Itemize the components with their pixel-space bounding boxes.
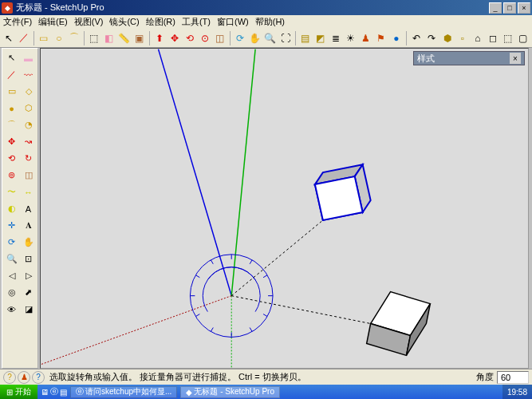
section-icon[interactable]: ◩ (313, 30, 328, 46)
quicklaunch-icon[interactable]: ▤ (60, 388, 67, 397)
position-icon[interactable]: ◎ (3, 284, 20, 301)
scale-icon[interactable]: ◫ (20, 167, 37, 184)
menu-help[interactable]: 帮助(H) (255, 16, 285, 28)
pushpull-tool-icon[interactable]: ⬆ (152, 30, 167, 46)
close-button[interactable]: × (518, 2, 530, 14)
guide-line (231, 220, 323, 296)
start-button[interactable]: ⊞ 开始 (0, 385, 37, 399)
select-icon[interactable]: ↖ (3, 49, 20, 66)
location-icon[interactable]: ⚑ (374, 30, 388, 46)
menu-camera[interactable]: 镜头(C) (109, 16, 139, 28)
styles-panel-close-icon[interactable]: × (510, 53, 521, 64)
rect-tool-icon[interactable]: ▭ (37, 30, 51, 46)
orbit-tool-icon[interactable]: ⟳ (233, 30, 247, 46)
maximize-button[interactable]: □ (503, 2, 516, 14)
zoomwin-icon[interactable]: ⊡ (20, 251, 37, 267)
styles-panel[interactable]: 样式 × (413, 51, 525, 65)
status-info-icon[interactable]: ? (32, 371, 45, 384)
undo-icon[interactable]: ↶ (409, 30, 424, 46)
menu-window[interactable]: 窗口(W) (217, 16, 249, 28)
guide-line (231, 296, 370, 324)
prev-icon[interactable]: ◁ (3, 267, 20, 284)
sketchup-icon: ◆ (186, 388, 192, 397)
protractor-icon[interactable]: ◐ (3, 200, 20, 217)
menu-tools[interactable]: 工具(T) (182, 16, 211, 28)
eraser-tool-icon[interactable]: ◧ (102, 30, 116, 46)
follow-icon[interactable]: ↝ (20, 133, 37, 150)
pie-icon[interactable]: ◔ (20, 117, 37, 133)
model-icon[interactable]: ⬢ (440, 30, 455, 46)
redo-icon[interactable]: ↷ (424, 30, 439, 46)
minimize-button[interactable]: _ (489, 2, 502, 14)
arc-tool-icon[interactable]: ⌒ (67, 30, 81, 46)
zoom-tool-icon[interactable]: 🔍 (263, 30, 278, 46)
person-icon[interactable]: ♟ (359, 30, 373, 46)
style1-icon[interactable]: ◻ (486, 30, 500, 46)
paint-tool-icon[interactable]: ▣ (132, 30, 147, 46)
status-person-icon[interactable]: ♟ (18, 371, 30, 384)
svg-line-8 (211, 328, 213, 332)
select-tool-icon[interactable]: ↖ (2, 30, 16, 46)
taskbar-item-active[interactable]: ◆ 无标题 - SketchUp Pro (180, 386, 280, 398)
offset-tool-icon[interactable]: ⊙ (198, 30, 212, 46)
offset-icon[interactable]: ⊚ (3, 167, 20, 184)
angle-input[interactable]: 60 (497, 371, 529, 384)
style3-icon[interactable]: ▢ (516, 30, 530, 46)
rect-fill-icon[interactable]: ▬ (20, 49, 37, 66)
move-icon[interactable]: ✥ (3, 133, 20, 150)
3dtext-icon[interactable]: 𝐀 (20, 217, 37, 234)
poly-icon[interactable]: ◇ (20, 83, 37, 100)
box-icon[interactable]: ▫ (455, 30, 470, 46)
section2-icon[interactable]: ◪ (20, 301, 37, 318)
windows-logo-icon: ⊞ (6, 388, 13, 397)
tape-icon[interactable]: 〜 (3, 184, 20, 200)
taskbar-item[interactable]: ⓔ 请问sketchup中如何显... (70, 386, 177, 398)
walk-icon[interactable]: ⬈ (20, 284, 37, 301)
quicklaunch-ie-icon[interactable]: ⓔ (50, 386, 58, 397)
viewport[interactable]: 样式 × (40, 48, 529, 369)
menu-file[interactable]: 文件(F) (3, 16, 32, 28)
zoom-extents-icon[interactable]: ⛶ (278, 30, 293, 46)
menu-edit[interactable]: 编辑(E) (38, 16, 68, 28)
system-tray[interactable]: 19:58 (502, 385, 532, 399)
cube-selected[interactable] (315, 164, 371, 220)
text-icon[interactable]: A (20, 200, 37, 217)
move-tool-icon[interactable]: ✥ (167, 30, 182, 46)
pan-tool-icon[interactable]: ✋ (248, 30, 262, 46)
rect-icon[interactable]: ▭ (3, 83, 20, 100)
camera-icon[interactable]: ▤ (298, 30, 313, 46)
circle-tool-icon[interactable]: ○ (52, 30, 66, 46)
arc-icon[interactable]: ⌒ (3, 117, 20, 133)
orbit-icon[interactable]: ⟳ (3, 234, 20, 251)
next-icon[interactable]: ▷ (20, 267, 37, 284)
house-icon[interactable]: ⌂ (471, 30, 485, 46)
cube[interactable] (367, 292, 431, 356)
layers-icon[interactable]: ≣ (329, 30, 343, 46)
hex-icon[interactable]: ⬡ (20, 100, 37, 117)
rotate-tool-icon[interactable]: ⟲ (183, 30, 197, 46)
menu-draw[interactable]: 绘图(R) (146, 16, 175, 28)
look-icon[interactable]: 👁 (3, 301, 20, 318)
shadow-icon[interactable]: ☀ (344, 30, 358, 46)
rotate2-icon[interactable]: ↻ (20, 150, 37, 167)
line-tool-icon[interactable]: ／ (17, 30, 31, 46)
globe-icon[interactable]: ● (389, 30, 404, 46)
svg-line-6 (250, 328, 252, 332)
tape-tool-icon[interactable]: 📏 (117, 30, 132, 46)
pan-icon[interactable]: ✋ (20, 234, 37, 251)
component-icon[interactable]: ⬚ (87, 30, 101, 46)
status-help-icon[interactable]: ? (3, 371, 16, 384)
dim-icon[interactable]: ↔ (20, 184, 37, 200)
freehand-icon[interactable]: 〰 (20, 66, 37, 83)
svg-line-5 (263, 314, 267, 317)
separator-icon (230, 31, 231, 45)
zoom-icon[interactable]: 🔍 (3, 251, 20, 267)
circle-icon[interactable]: ● (3, 100, 20, 117)
scale-tool-icon[interactable]: ◫ (213, 30, 227, 46)
rotate-icon[interactable]: ⟲ (3, 150, 20, 167)
menu-view[interactable]: 视图(V) (74, 16, 104, 28)
line-icon[interactable]: ／ (3, 66, 20, 83)
axes-icon[interactable]: ✛ (3, 217, 20, 234)
style2-icon[interactable]: ⬚ (501, 30, 515, 46)
quicklaunch-icon[interactable]: 🖥 (41, 388, 49, 397)
